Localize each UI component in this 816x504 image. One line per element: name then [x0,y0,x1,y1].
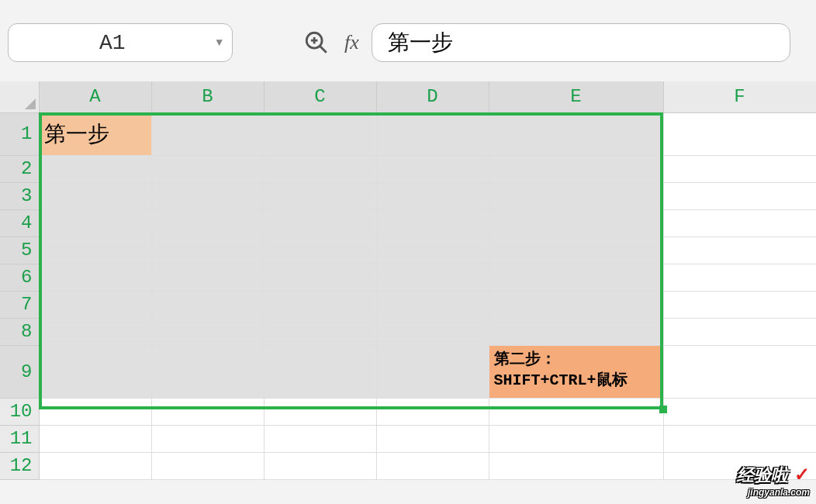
cell-D2[interactable] [376,155,489,182]
cell-D7[interactable] [376,291,489,318]
cell-A1[interactable]: 第一步 [39,112,151,155]
cell-A10[interactable] [39,398,151,425]
zoom-icon[interactable] [301,27,332,58]
cell-E6[interactable] [489,264,663,291]
cell-A11[interactable] [39,425,151,452]
row-header-9[interactable]: 9 [0,345,39,398]
row-header-5[interactable]: 5 [0,236,39,264]
cell-F1[interactable] [663,112,816,155]
row-header-1[interactable]: 1 [0,112,39,155]
cell-C4[interactable] [264,209,376,236]
cell-A12[interactable] [39,452,151,479]
cell-C6[interactable] [264,264,376,291]
fx-label[interactable]: fx [344,31,359,54]
cell-B6[interactable] [151,264,264,291]
cell-F12[interactable] [663,452,816,479]
cell-D4[interactable] [376,209,489,236]
cell-C5[interactable] [264,236,376,264]
cell-D8[interactable] [376,318,489,345]
row-header-4[interactable]: 4 [0,209,39,236]
cell-E4[interactable] [489,209,663,236]
cell-C7[interactable] [264,291,376,318]
cell-C3[interactable] [264,182,376,209]
cell-E9-content: 第二步： SHIFT+CTRL+鼠标 [489,346,663,398]
col-header-E[interactable]: E [489,81,663,112]
cell-A6[interactable] [39,264,151,291]
cell-B12[interactable] [151,452,264,479]
row-header-6[interactable]: 6 [0,264,39,291]
cell-E10[interactable] [489,398,663,425]
cell-C9[interactable] [264,345,376,398]
cell-A7[interactable] [39,291,151,318]
select-all-corner[interactable] [0,81,39,112]
cell-B5[interactable] [151,236,264,264]
cell-E7[interactable] [489,291,663,318]
cell-B7[interactable] [151,291,264,318]
row-header-3[interactable]: 3 [0,182,39,209]
row-header-8[interactable]: 8 [0,318,39,345]
cell-F9[interactable] [663,345,816,398]
cell-F8[interactable] [663,318,816,345]
cell-B3[interactable] [151,182,264,209]
row-header-10[interactable]: 10 [0,398,39,425]
spreadsheet-grid[interactable]: A B C D E F 1 第一步 2 3 [0,81,816,480]
cell-F2[interactable] [663,155,816,182]
cell-B11[interactable] [151,425,264,452]
cell-D3[interactable] [376,182,489,209]
cell-C11[interactable] [264,425,376,452]
row-header-7[interactable]: 7 [0,291,39,318]
cell-F5[interactable] [663,236,816,264]
cell-C1[interactable] [264,112,376,155]
cell-B4[interactable] [151,209,264,236]
table-row: 2 [0,155,816,182]
cell-D6[interactable] [376,264,489,291]
name-box[interactable]: A1 ▼ [8,23,233,62]
cell-F7[interactable] [663,291,816,318]
fill-handle[interactable] [659,406,667,413]
cell-A8[interactable] [39,318,151,345]
cell-D5[interactable] [376,236,489,264]
cell-E12[interactable] [489,452,663,479]
col-header-C[interactable]: C [264,81,376,112]
col-header-F[interactable]: F [663,81,816,112]
row-header-11[interactable]: 11 [0,425,39,452]
col-header-A[interactable]: A [39,81,151,112]
chevron-down-icon[interactable]: ▼ [216,36,223,49]
cell-E1[interactable] [489,112,663,155]
cell-C2[interactable] [264,155,376,182]
cell-A3[interactable] [39,182,151,209]
cell-E2[interactable] [489,155,663,182]
cell-B8[interactable] [151,318,264,345]
cell-C10[interactable] [264,398,376,425]
cell-F10[interactable] [663,398,816,425]
col-header-B[interactable]: B [151,81,264,112]
col-header-D[interactable]: D [376,81,489,112]
cell-F3[interactable] [663,182,816,209]
row-header-12[interactable]: 12 [0,452,39,479]
cell-D12[interactable] [376,452,489,479]
cell-D9[interactable] [376,345,489,398]
formula-input[interactable]: 第一步 [372,23,790,62]
cell-F4[interactable] [663,209,816,236]
cell-B9[interactable] [151,345,264,398]
cell-B10[interactable] [151,398,264,425]
cell-E3[interactable] [489,182,663,209]
cell-A2[interactable] [39,155,151,182]
cell-D11[interactable] [376,425,489,452]
cell-A4[interactable] [39,209,151,236]
cell-C8[interactable] [264,318,376,345]
cell-E11[interactable] [489,425,663,452]
cell-E8[interactable] [489,318,663,345]
cell-F6[interactable] [663,264,816,291]
cell-D10[interactable] [376,398,489,425]
cell-B2[interactable] [151,155,264,182]
row-header-2[interactable]: 2 [0,155,39,182]
cell-A5[interactable] [39,236,151,264]
cell-F11[interactable] [663,425,816,452]
cell-B1[interactable] [151,112,264,155]
cell-A9[interactable] [39,345,151,398]
cell-D1[interactable] [376,112,489,155]
cell-E9[interactable]: 第二步： SHIFT+CTRL+鼠标 [489,345,663,398]
cell-E5[interactable] [489,236,663,264]
cell-C12[interactable] [264,452,376,479]
